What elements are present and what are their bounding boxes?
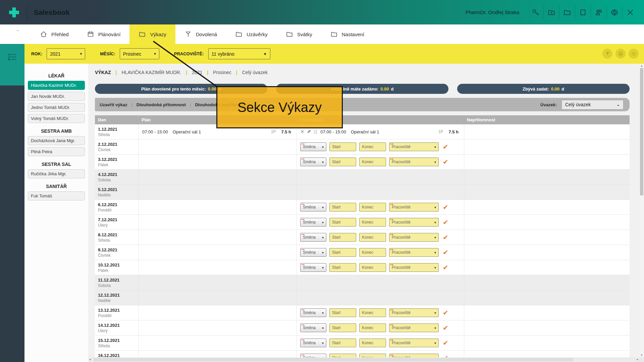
end-time-input[interactable] [359, 339, 386, 347]
scroll-up-icon[interactable]: ▲ [639, 64, 644, 67]
end-time-input[interactable] [359, 218, 386, 227]
mesic-select[interactable]: Prosinec▾ [120, 48, 159, 59]
confirm-entry-button[interactable]: ✔ [443, 264, 448, 271]
confirm-entry-button[interactable]: ✔ [443, 355, 448, 357]
workplace-select[interactable]: Pracoviště▾ [389, 218, 439, 227]
nav-back-arrow-icon[interactable]: → [15, 27, 20, 33]
end-time-input[interactable] [359, 203, 386, 212]
start-time-input[interactable] [329, 263, 356, 272]
vertical-scroll-thumb[interactable] [640, 68, 643, 195]
start-time-input[interactable] [329, 308, 356, 317]
end-time-input[interactable] [359, 142, 386, 151]
tab-svatky[interactable]: Svátky [277, 24, 321, 44]
workplace-select[interactable]: Pracoviště▾ [389, 158, 439, 166]
print-button[interactable] [615, 49, 626, 59]
start-time-input[interactable] [329, 248, 356, 257]
end-time-input[interactable] [359, 233, 386, 242]
end-time-input[interactable] [359, 323, 386, 332]
workplace-select[interactable]: Pracoviště▾ [389, 248, 439, 257]
confirm-entry-button[interactable]: ✔ [443, 204, 448, 210]
shift-select[interactable]: Směna▾ [300, 323, 326, 332]
folder-icon[interactable] [559, 5, 575, 20]
staff-item-rucicka-jirka-mgr[interactable]: Ručička Jirka Mgr. [28, 169, 85, 178]
checklist-icon [7, 51, 18, 63]
workplace-select[interactable]: Pracoviště▾ [389, 308, 439, 317]
copy-entry-button[interactable] [313, 129, 318, 134]
end-time-input[interactable] [359, 308, 386, 317]
workplace-select[interactable]: Pracoviště▾ [389, 263, 439, 272]
shift-select[interactable]: Směna▾ [300, 248, 326, 257]
start-time-input[interactable] [329, 354, 356, 357]
edit-entry-button[interactable]: ✎ [307, 129, 311, 134]
close-icon[interactable] [623, 5, 638, 20]
scroll-right-icon[interactable]: ▸ [637, 358, 638, 361]
filter-button[interactable] [602, 49, 612, 59]
start-time-input[interactable] [329, 158, 356, 166]
staff-item-pilna-petra[interactable]: Pilná Petra [28, 147, 85, 156]
tab-dovolena[interactable]: Dovolená [175, 24, 226, 44]
user-search-icon[interactable] [591, 5, 606, 20]
settings-gear-icon[interactable] [607, 5, 622, 20]
shift-select[interactable]: Směna▾ [300, 233, 326, 242]
staff-item-fuk-tomas[interactable]: Fuk Tomáš [28, 191, 85, 200]
uvazek-select[interactable]: Celý úvazek⌄ [561, 100, 624, 110]
start-time-input[interactable] [329, 323, 356, 332]
shift-select[interactable]: Směna▾ [300, 354, 326, 357]
shift-select[interactable]: Směna▾ [300, 203, 326, 212]
staff-item-volny-tomas-mudr[interactable]: Volný Tomáš MUDr. [28, 114, 85, 123]
workplace-select[interactable]: Pracoviště▾ [389, 142, 439, 151]
tab-vykazy[interactable]: Výkazy [129, 24, 175, 44]
scroll-left-icon[interactable]: ◂ [89, 358, 91, 361]
toolbar-action-dlouhodoba-pritomnost[interactable]: Dlouhodobá přítomnost [137, 102, 186, 107]
staff-item-jedno-tomas-mudr[interactable]: Jedno Tomáš MUDr. [28, 103, 85, 112]
start-time-input[interactable] [329, 218, 356, 227]
staff-item-hlavicka-kazimir-mudr[interactable]: Hlavička Kazimír MUDr. [28, 81, 85, 90]
confirm-entry-button[interactable]: ✔ [443, 143, 448, 150]
workplace-select[interactable]: Pracoviště▾ [389, 323, 439, 332]
tab-prehled[interactable]: Přehled [31, 24, 78, 44]
delete-entry-button[interactable]: ✕ [300, 129, 305, 135]
shift-select[interactable]: Směna▾ [300, 158, 326, 166]
tab-nastaveni[interactable]: Nastavení [321, 24, 374, 44]
start-time-input[interactable] [329, 142, 356, 151]
start-time-input[interactable] [329, 339, 356, 347]
shift-select[interactable]: Směna▾ [300, 263, 326, 272]
shift-select[interactable]: Směna▾ [300, 142, 326, 151]
menu-button[interactable] [629, 49, 639, 59]
confirm-entry-button[interactable]: ✔ [443, 309, 448, 316]
confirm-entry-button[interactable]: ✔ [443, 219, 448, 226]
rok-select[interactable]: 2021▾ [47, 48, 85, 59]
confirm-entry-button[interactable]: ✔ [443, 340, 448, 346]
folder-new-icon[interactable]: N [544, 5, 559, 20]
scroll-down-icon[interactable]: ▼ [639, 354, 644, 357]
shift-select[interactable]: Směna▾ [300, 218, 326, 227]
tab-uzaverky[interactable]: Uzávěrky [226, 24, 277, 44]
end-time-input[interactable] [359, 158, 386, 166]
workplace-select[interactable]: Pracoviště▾ [389, 354, 439, 357]
start-time-input[interactable] [329, 233, 356, 242]
end-time-input[interactable] [359, 248, 386, 257]
vertical-scrollbar[interactable]: ▲ ▼ [639, 64, 644, 357]
sidebar-collapse-panel[interactable] [0, 44, 24, 85]
shift-select[interactable]: Směna▾ [300, 339, 326, 347]
tab-planovani[interactable]: Plánování [78, 24, 130, 44]
workplace-select[interactable]: Pracoviště▾ [389, 339, 439, 347]
confirm-entry-button[interactable]: ✔ [443, 324, 448, 331]
shift-select[interactable]: Směna▾ [300, 308, 326, 317]
key-icon[interactable] [528, 5, 543, 20]
horizontal-scrollbar[interactable]: ◂ ▸ [88, 357, 639, 362]
workplace-select[interactable]: Pracoviště▾ [389, 203, 439, 212]
stop-square-icon[interactable] [575, 5, 591, 20]
end-time-input[interactable] [359, 263, 386, 272]
staff-item-jan-novak-mudr[interactable]: Jan Novák MUDr. [28, 92, 85, 101]
start-time-input[interactable] [329, 203, 356, 212]
confirm-entry-button[interactable]: ✔ [443, 249, 448, 256]
end-time-input[interactable] [359, 354, 386, 357]
workplace-select[interactable]: Pracoviště▾ [389, 233, 439, 242]
pracoviste-select[interactable]: 11 vybráno▼ [208, 48, 270, 59]
toolbar-action-uzavrit-vykaz[interactable]: Uzavřít výkaz [100, 102, 127, 107]
confirm-entry-button[interactable]: ✔ [443, 159, 448, 165]
staff-item-dochazkova-jana-mgr[interactable]: Docházková Jana Mgr. [28, 136, 85, 145]
horizontal-scroll-thumb[interactable] [94, 358, 573, 361]
confirm-entry-button[interactable]: ✔ [443, 234, 448, 241]
